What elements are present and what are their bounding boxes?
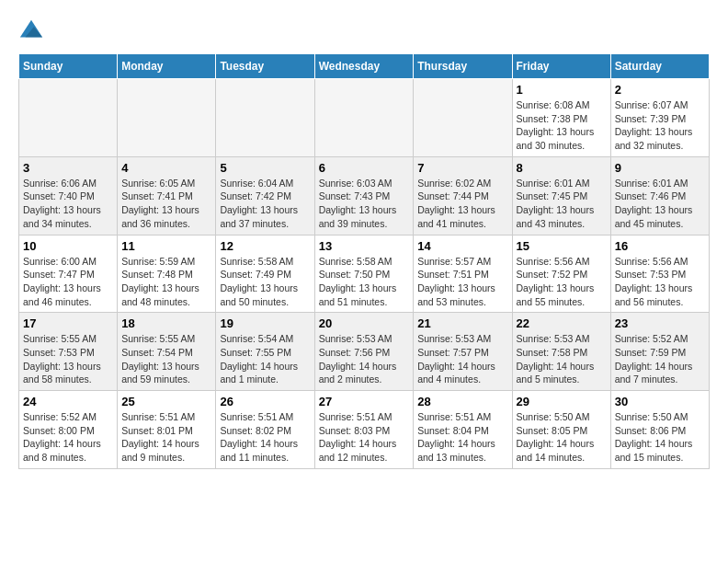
day-number: 6 bbox=[319, 161, 410, 175]
day-number: 13 bbox=[319, 239, 410, 253]
day-number: 30 bbox=[615, 395, 705, 408]
day-number: 1 bbox=[517, 83, 607, 97]
calendar-cell: 21Sunrise: 5:53 AM Sunset: 7:57 PM Dayli… bbox=[414, 313, 512, 391]
day-number: 27 bbox=[319, 395, 410, 408]
calendar-cell: 25Sunrise: 5:51 AM Sunset: 8:01 PM Dayli… bbox=[118, 391, 216, 469]
calendar-week-row: 1Sunrise: 6:08 AM Sunset: 7:38 PM Daylig… bbox=[19, 79, 710, 157]
weekday-header: Sunday bbox=[19, 54, 118, 79]
calendar-cell bbox=[314, 79, 414, 157]
calendar-cell: 27Sunrise: 5:51 AM Sunset: 8:03 PM Dayli… bbox=[314, 391, 414, 469]
day-info: Sunrise: 6:00 AM Sunset: 7:47 PM Dayligh… bbox=[23, 255, 113, 309]
calendar-cell: 9Sunrise: 6:01 AM Sunset: 7:46 PM Daylig… bbox=[610, 156, 709, 235]
day-number: 7 bbox=[417, 161, 507, 175]
day-info: Sunrise: 5:52 AM Sunset: 7:59 PM Dayligh… bbox=[615, 332, 705, 386]
day-info: Sunrise: 6:01 AM Sunset: 7:46 PM Dayligh… bbox=[615, 177, 705, 231]
day-number: 3 bbox=[23, 161, 113, 175]
calendar-cell: 5Sunrise: 6:04 AM Sunset: 7:42 PM Daylig… bbox=[216, 156, 314, 235]
day-number: 29 bbox=[517, 395, 607, 408]
day-info: Sunrise: 5:55 AM Sunset: 7:54 PM Dayligh… bbox=[121, 332, 211, 386]
day-info: Sunrise: 5:51 AM Sunset: 8:04 PM Dayligh… bbox=[417, 410, 507, 465]
day-info: Sunrise: 5:56 AM Sunset: 7:52 PM Dayligh… bbox=[517, 255, 607, 309]
day-number: 15 bbox=[517, 239, 607, 253]
calendar-table: SundayMondayTuesdayWednesdayThursdayFrid… bbox=[18, 53, 710, 469]
weekday-header: Tuesday bbox=[216, 54, 314, 79]
calendar-cell: 20Sunrise: 5:53 AM Sunset: 7:56 PM Dayli… bbox=[314, 313, 414, 391]
day-number: 26 bbox=[220, 395, 310, 408]
calendar-cell: 18Sunrise: 5:55 AM Sunset: 7:54 PM Dayli… bbox=[118, 313, 216, 391]
weekday-header: Friday bbox=[512, 54, 610, 79]
calendar-cell: 12Sunrise: 5:58 AM Sunset: 7:49 PM Dayli… bbox=[216, 235, 314, 313]
calendar-cell: 7Sunrise: 6:02 AM Sunset: 7:44 PM Daylig… bbox=[414, 156, 512, 235]
calendar-week-row: 17Sunrise: 5:55 AM Sunset: 7:53 PM Dayli… bbox=[19, 313, 710, 391]
calendar-cell: 28Sunrise: 5:51 AM Sunset: 8:04 PM Dayli… bbox=[414, 391, 512, 469]
day-info: Sunrise: 5:52 AM Sunset: 8:00 PM Dayligh… bbox=[23, 410, 113, 465]
day-info: Sunrise: 5:59 AM Sunset: 7:48 PM Dayligh… bbox=[121, 255, 211, 309]
day-info: Sunrise: 5:53 AM Sunset: 7:58 PM Dayligh… bbox=[517, 332, 607, 386]
day-info: Sunrise: 5:51 AM Sunset: 8:03 PM Dayligh… bbox=[319, 410, 410, 465]
weekday-header-row: SundayMondayTuesdayWednesdayThursdayFrid… bbox=[19, 54, 710, 79]
day-info: Sunrise: 5:51 AM Sunset: 8:02 PM Dayligh… bbox=[220, 410, 310, 465]
calendar-cell: 13Sunrise: 5:58 AM Sunset: 7:50 PM Dayli… bbox=[314, 235, 414, 313]
day-number: 14 bbox=[417, 239, 507, 253]
calendar-cell: 2Sunrise: 6:07 AM Sunset: 7:39 PM Daylig… bbox=[610, 79, 709, 157]
day-info: Sunrise: 6:05 AM Sunset: 7:41 PM Dayligh… bbox=[121, 177, 211, 231]
day-number: 20 bbox=[319, 316, 410, 330]
day-info: Sunrise: 6:06 AM Sunset: 7:40 PM Dayligh… bbox=[23, 177, 113, 231]
day-number: 28 bbox=[417, 395, 507, 408]
calendar-week-row: 10Sunrise: 6:00 AM Sunset: 7:47 PM Dayli… bbox=[19, 235, 710, 313]
day-info: Sunrise: 5:56 AM Sunset: 7:53 PM Dayligh… bbox=[615, 255, 705, 309]
calendar-cell: 23Sunrise: 5:52 AM Sunset: 7:59 PM Dayli… bbox=[610, 313, 709, 391]
day-info: Sunrise: 6:08 AM Sunset: 7:38 PM Dayligh… bbox=[517, 98, 607, 153]
day-number: 12 bbox=[220, 239, 310, 253]
day-info: Sunrise: 6:02 AM Sunset: 7:44 PM Dayligh… bbox=[417, 177, 507, 231]
calendar-cell: 10Sunrise: 6:00 AM Sunset: 7:47 PM Dayli… bbox=[19, 235, 118, 313]
day-number: 24 bbox=[23, 395, 113, 408]
day-info: Sunrise: 5:53 AM Sunset: 7:57 PM Dayligh… bbox=[417, 332, 507, 386]
calendar-cell: 14Sunrise: 5:57 AM Sunset: 7:51 PM Dayli… bbox=[414, 235, 512, 313]
day-info: Sunrise: 5:50 AM Sunset: 8:06 PM Dayligh… bbox=[615, 410, 705, 465]
calendar-week-row: 24Sunrise: 5:52 AM Sunset: 8:00 PM Dayli… bbox=[19, 391, 710, 469]
calendar-cell bbox=[414, 79, 512, 157]
calendar-cell bbox=[118, 79, 216, 157]
day-info: Sunrise: 5:50 AM Sunset: 8:05 PM Dayligh… bbox=[517, 410, 607, 465]
calendar-cell: 15Sunrise: 5:56 AM Sunset: 7:52 PM Dayli… bbox=[512, 235, 610, 313]
calendar-cell: 1Sunrise: 6:08 AM Sunset: 7:38 PM Daylig… bbox=[512, 79, 610, 157]
day-info: Sunrise: 6:01 AM Sunset: 7:45 PM Dayligh… bbox=[517, 177, 607, 231]
calendar-cell bbox=[19, 79, 118, 157]
day-number: 8 bbox=[517, 161, 607, 175]
calendar-cell: 8Sunrise: 6:01 AM Sunset: 7:45 PM Daylig… bbox=[512, 156, 610, 235]
day-info: Sunrise: 5:54 AM Sunset: 7:55 PM Dayligh… bbox=[220, 332, 310, 386]
day-info: Sunrise: 5:53 AM Sunset: 7:56 PM Dayligh… bbox=[319, 332, 410, 386]
day-number: 2 bbox=[615, 83, 705, 97]
calendar-cell: 11Sunrise: 5:59 AM Sunset: 7:48 PM Dayli… bbox=[118, 235, 216, 313]
calendar-cell: 17Sunrise: 5:55 AM Sunset: 7:53 PM Dayli… bbox=[19, 313, 118, 391]
calendar-cell: 16Sunrise: 5:56 AM Sunset: 7:53 PM Dayli… bbox=[610, 235, 709, 313]
calendar-week-row: 3Sunrise: 6:06 AM Sunset: 7:40 PM Daylig… bbox=[19, 156, 710, 235]
day-info: Sunrise: 6:04 AM Sunset: 7:42 PM Dayligh… bbox=[220, 177, 310, 231]
day-info: Sunrise: 5:57 AM Sunset: 7:51 PM Dayligh… bbox=[417, 255, 507, 309]
day-info: Sunrise: 6:07 AM Sunset: 7:39 PM Dayligh… bbox=[615, 98, 705, 153]
day-number: 22 bbox=[517, 316, 607, 330]
day-number: 11 bbox=[121, 239, 211, 253]
weekday-header: Thursday bbox=[414, 54, 512, 79]
logo-icon bbox=[18, 18, 44, 44]
day-number: 16 bbox=[615, 239, 705, 253]
calendar-cell: 19Sunrise: 5:54 AM Sunset: 7:55 PM Dayli… bbox=[216, 313, 314, 391]
day-number: 21 bbox=[417, 316, 507, 330]
day-number: 18 bbox=[121, 316, 211, 330]
day-info: Sunrise: 5:55 AM Sunset: 7:53 PM Dayligh… bbox=[23, 332, 113, 386]
calendar-cell: 22Sunrise: 5:53 AM Sunset: 7:58 PM Dayli… bbox=[512, 313, 610, 391]
calendar-cell: 3Sunrise: 6:06 AM Sunset: 7:40 PM Daylig… bbox=[19, 156, 118, 235]
day-number: 23 bbox=[615, 316, 705, 330]
day-number: 19 bbox=[220, 316, 310, 330]
logo bbox=[18, 18, 48, 44]
day-info: Sunrise: 5:58 AM Sunset: 7:49 PM Dayligh… bbox=[220, 255, 310, 309]
day-info: Sunrise: 6:03 AM Sunset: 7:43 PM Dayligh… bbox=[319, 177, 410, 231]
calendar-cell: 29Sunrise: 5:50 AM Sunset: 8:05 PM Dayli… bbox=[512, 391, 610, 469]
calendar-cell: 30Sunrise: 5:50 AM Sunset: 8:06 PM Dayli… bbox=[610, 391, 709, 469]
calendar-cell: 26Sunrise: 5:51 AM Sunset: 8:02 PM Dayli… bbox=[216, 391, 314, 469]
day-info: Sunrise: 5:58 AM Sunset: 7:50 PM Dayligh… bbox=[319, 255, 410, 309]
weekday-header: Saturday bbox=[610, 54, 709, 79]
day-number: 25 bbox=[121, 395, 211, 408]
day-info: Sunrise: 5:51 AM Sunset: 8:01 PM Dayligh… bbox=[121, 410, 211, 465]
